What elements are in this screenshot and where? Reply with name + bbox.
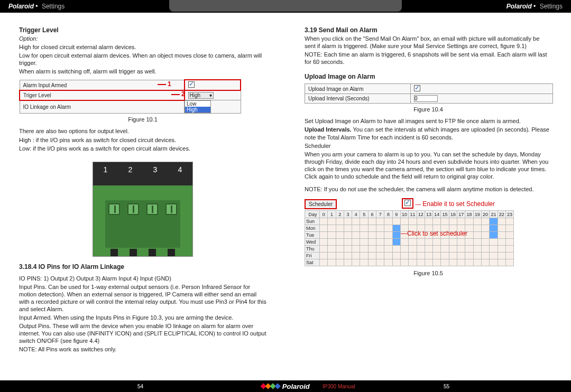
body-text: When alarm is switching off, alarm will … <box>19 68 266 75</box>
body-text: Output Pins. These will arm the device w… <box>19 322 266 344</box>
figure-caption: Figure 10.5 <box>305 269 552 277</box>
dot: • <box>35 3 40 10</box>
pin-row <box>105 249 181 256</box>
dropdown-list: Low High <box>185 100 211 113</box>
body-text: NOTE: If you do not use the scheduler, t… <box>305 185 552 193</box>
page-number-right: 55 <box>444 384 449 389</box>
upload-image-checkbox[interactable] <box>411 84 553 94</box>
dropdown-options[interactable]: Low High <box>185 100 241 114</box>
body-text: NOTE: Each time an alarm is triggered, 6… <box>305 51 552 66</box>
row-label: Triger Level <box>20 90 185 100</box>
checkbox-icon <box>414 85 420 91</box>
manual-title: IP300 Manual <box>323 384 355 389</box>
browser-notch <box>169 0 402 12</box>
scheduler-enable-checkbox[interactable] <box>402 198 413 209</box>
figure-10-1-table: Alarm Input Armed Triger Level High▾ IO … <box>19 79 241 114</box>
page-54: Trigger Level Option: High for closed ci… <box>0 13 286 380</box>
body-text: High : if the I/O pins work as switch fo… <box>19 136 266 144</box>
body-text: IO PINS: 1) Output 2) Output 3) Alarm In… <box>19 275 266 282</box>
header-right: Polaroid • Settings <box>506 3 563 10</box>
row-label: Alarm Input Armed <box>20 80 185 90</box>
pin-numbers: 1234 <box>93 165 192 174</box>
body-text: Low for open circuit external alarm devi… <box>19 52 266 67</box>
body-text: Input Armed. When using the Inputs Pins … <box>19 314 266 321</box>
body-text: When you arm your camera to alarm is up … <box>305 151 552 180</box>
alarm-input-armed-checkbox[interactable] <box>185 80 241 90</box>
spread: Trigger Level Option: High for closed ci… <box>0 13 571 380</box>
page-number-left: 54 <box>137 384 143 389</box>
heading-trigger-level: Trigger Level <box>19 26 266 34</box>
checkbox-icon <box>404 200 411 206</box>
body-text: High for closed circuit external alarm d… <box>19 43 266 51</box>
section-name: Settings <box>540 3 563 10</box>
callout-2: 2 <box>181 90 185 98</box>
body-text: There are also two options for output le… <box>19 127 266 135</box>
body-text: NOTE: All Pins work as switches only. <box>19 346 266 353</box>
figure-10-5-scheduler: Scheduler — Enable it to set Scheduler D… <box>305 198 552 266</box>
polaroid-logo: Polaroid <box>261 382 310 390</box>
trigger-level-select[interactable]: High▾ <box>185 90 241 100</box>
callout-1: 1 <box>168 80 171 88</box>
section-name: Settings <box>42 3 65 10</box>
checkbox-icon <box>188 81 195 88</box>
figure-caption: Figure 10.1 <box>19 116 266 123</box>
heading-upload-image: Upload Image on Alarm <box>305 73 552 80</box>
dropdown: High▾ <box>188 92 214 99</box>
dot: • <box>533 3 538 10</box>
body-text: Input Pins. Can be used for 1-way extern… <box>19 283 266 313</box>
footer-bar: 54 Polaroid IP300 Manual 55 <box>0 380 571 392</box>
page-55: 3.19 Send Mail on Alarm When you click o… <box>286 13 571 380</box>
figure-caption: Figure 10.4 <box>305 106 552 113</box>
row-label: Upload Image on Alarm <box>305 84 411 94</box>
option-low[interactable]: Low <box>185 101 210 107</box>
row-label: IO Linkage on Alarm <box>20 100 185 114</box>
row-label: Upload Interval (Seconds) <box>305 94 411 104</box>
scheduler-button[interactable]: Scheduler <box>305 199 337 209</box>
body-text: Low: if the I/O pins work as a switch fo… <box>19 145 266 152</box>
header-left: Polaroid • Settings <box>8 3 65 10</box>
option-high[interactable]: High <box>185 107 210 113</box>
scheduler-click-label: —Click to set scheduler <box>401 230 467 237</box>
heading-io-pins: 3.18.4 IO Pins for IO Alarm Linkage <box>19 263 266 270</box>
callout-line <box>158 84 166 85</box>
upload-interval-input[interactable] <box>414 95 438 102</box>
upload-interval-cell <box>411 94 553 104</box>
body-text: Scheduler <box>305 142 552 150</box>
io-connector-photo: 1234 <box>93 162 193 257</box>
body-text: Upload Intervals. You can set the interv… <box>305 126 552 141</box>
heading-send-mail: 3.19 Send Mail on Alarm <box>305 26 552 34</box>
option-label: Option: <box>19 35 266 42</box>
body-text: When you click on the "Send Mail On Alar… <box>305 35 552 50</box>
brand: Polaroid <box>8 3 34 10</box>
scheduler-enable-label: Enable it to set Scheduler <box>422 200 495 208</box>
callout-line <box>171 94 180 95</box>
terminal-block <box>105 200 181 248</box>
header-bar: Polaroid • Settings Polaroid • Settings <box>0 0 571 13</box>
scheduler-grid[interactable]: Day0123456789101112131415161718192021222… <box>305 210 514 266</box>
body-text: Set Upload Image on Alarm to have all im… <box>305 117 552 125</box>
brand: Polaroid <box>506 3 532 10</box>
figure-10-4-table: Upload Image on Alarm Upload Interval (S… <box>305 83 553 104</box>
